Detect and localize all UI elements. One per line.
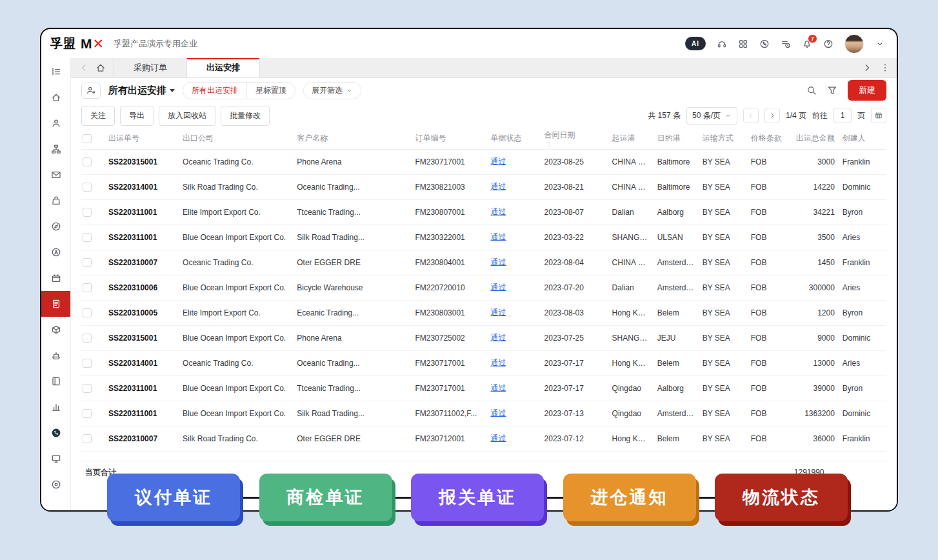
- segment-1[interactable]: 星标置顶: [246, 83, 295, 99]
- sidebar-item-collapse-sidebar[interactable]: [41, 59, 70, 85]
- table-row[interactable]: SS220311001 Blue Ocean Import Export Co.…: [81, 375, 886, 401]
- page-size-select[interactable]: 50 条/页: [686, 107, 737, 125]
- column-header[interactable]: 出口公司: [179, 128, 293, 149]
- tabs-more-button[interactable]: [880, 63, 890, 73]
- tab-0[interactable]: 采购订单: [114, 58, 187, 77]
- overlay-button-3[interactable]: 进仓通知: [563, 474, 696, 521]
- row-checkbox[interactable]: [83, 283, 92, 292]
- phone-circle-icon[interactable]: [759, 39, 770, 49]
- chevron-down-icon[interactable]: [875, 39, 885, 49]
- row-checkbox[interactable]: [83, 308, 92, 317]
- row-checkbox[interactable]: [83, 258, 92, 267]
- table-row[interactable]: SS220315001 Blue Ocean Import Export Co.…: [81, 325, 886, 350]
- status-link[interactable]: 通过: [490, 434, 506, 443]
- status-link[interactable]: 通过: [490, 358, 506, 367]
- row-checkbox[interactable]: [83, 434, 92, 443]
- sidebar-item-logistics-box[interactable]: [41, 317, 70, 343]
- column-header[interactable]: 运输方式: [699, 128, 747, 149]
- filter-funnel-icon[interactable]: [827, 85, 837, 95]
- table-row[interactable]: SS220311001 Elite Import Export Co. Ttce…: [81, 199, 886, 225]
- status-link[interactable]: 通过: [490, 232, 506, 241]
- sidebar-item-marketing[interactable]: [41, 239, 70, 265]
- status-link[interactable]: 通过: [490, 182, 506, 191]
- row-checkbox[interactable]: [83, 409, 92, 418]
- overlay-button-4[interactable]: 物流状态: [715, 474, 848, 521]
- column-header[interactable]: 起运港: [608, 128, 654, 149]
- segment-0[interactable]: 所有出运安排: [183, 83, 246, 99]
- table-row[interactable]: SS220310005 Elite Import Export Co. Ecea…: [81, 300, 886, 325]
- row-checkbox[interactable]: [83, 208, 92, 217]
- column-header[interactable]: 订单编号: [411, 128, 486, 149]
- goto-page-input[interactable]: [833, 108, 852, 123]
- column-header[interactable]: 创建人: [839, 128, 886, 149]
- expand-filter-button[interactable]: 展开筛选: [303, 82, 361, 99]
- sidebar-item-reports-chart[interactable]: [41, 394, 70, 420]
- column-header[interactable]: 合同日期: [541, 128, 608, 149]
- apps-grid-icon[interactable]: [738, 39, 748, 49]
- table-row[interactable]: SS220314001 Silk Road Trading Co. Oceani…: [81, 174, 886, 199]
- sidebar-item-settings-target[interactable]: [41, 472, 70, 497]
- row-checkbox[interactable]: [83, 233, 92, 242]
- tabs-forward-button[interactable]: [862, 63, 872, 73]
- select-all-checkbox[interactable]: [83, 134, 92, 143]
- column-header[interactable]: 单据状态: [486, 128, 540, 149]
- sidebar-item-compass[interactable]: [41, 214, 70, 239]
- overlay-button-1[interactable]: 商检单证: [259, 474, 392, 521]
- sidebar-item-customs[interactable]: [41, 343, 70, 368]
- table-row[interactable]: SS220310007 Oceanic Trading Co. Oter EGG…: [81, 250, 886, 275]
- row-checkbox[interactable]: [83, 334, 92, 343]
- sidebar-item-mail[interactable]: [41, 162, 70, 188]
- overlay-button-2[interactable]: 报关单证: [411, 474, 544, 521]
- headset-icon[interactable]: [717, 39, 727, 49]
- column-header[interactable]: 出运总金额: [790, 128, 839, 149]
- column-header[interactable]: 价格条款: [747, 128, 790, 149]
- status-link[interactable]: 通过: [490, 383, 506, 392]
- status-link[interactable]: 通过: [490, 157, 506, 166]
- next-page-button[interactable]: [764, 108, 780, 123]
- ai-badge[interactable]: AI: [685, 37, 706, 50]
- action-button-3[interactable]: 批量修改: [221, 106, 270, 126]
- column-header[interactable]: 出运单号: [105, 128, 179, 149]
- column-header[interactable]: 目的港: [654, 128, 699, 149]
- sidebar-item-whatsapp[interactable]: [41, 420, 70, 446]
- status-link[interactable]: 通过: [490, 207, 506, 216]
- avatar[interactable]: [844, 34, 864, 54]
- row-checkbox[interactable]: [83, 384, 92, 393]
- sidebar-item-orders-bag[interactable]: [41, 188, 70, 214]
- row-checkbox[interactable]: [83, 359, 92, 368]
- table-row[interactable]: SS220311001 Blue Ocean Import Export Co.…: [81, 225, 886, 250]
- row-checkbox[interactable]: [83, 157, 92, 166]
- action-button-0[interactable]: 关注: [81, 106, 115, 126]
- sidebar-item-home[interactable]: [41, 85, 70, 110]
- table-row[interactable]: SS220315001 Oceanic Trading Co. Phone Ar…: [81, 149, 886, 174]
- status-link[interactable]: 通过: [490, 283, 506, 292]
- table-row[interactable]: SS220310007 Silk Road Trading Co. Oter E…: [81, 426, 886, 451]
- task-list-icon[interactable]: [781, 39, 791, 49]
- search-icon[interactable]: [806, 85, 817, 95]
- help-icon[interactable]: [823, 39, 833, 49]
- sidebar-item-products[interactable]: [41, 265, 70, 291]
- status-link[interactable]: 通过: [490, 333, 506, 342]
- action-button-1[interactable]: 导出: [120, 106, 154, 126]
- prev-page-button[interactable]: [743, 108, 759, 123]
- view-switch-button[interactable]: [81, 83, 101, 99]
- overlay-button-0[interactable]: 议付单证: [107, 474, 240, 521]
- sidebar-item-shipping-docs[interactable]: [41, 291, 70, 317]
- new-button[interactable]: 新建: [848, 80, 886, 101]
- sidebar-item-monitor[interactable]: [41, 446, 70, 472]
- sidebar-item-org-structure[interactable]: [41, 136, 70, 162]
- bell-icon[interactable]: 7: [802, 39, 812, 49]
- home-tab-button[interactable]: [95, 63, 106, 73]
- view-title-dropdown[interactable]: 所有出运安排: [108, 85, 175, 97]
- sidebar-item-ledger[interactable]: [41, 368, 70, 394]
- table-row[interactable]: SS220310006 Blue Ocean Import Export Co.…: [81, 275, 886, 300]
- tab-1[interactable]: 出运安排: [187, 58, 260, 77]
- table-row[interactable]: SS220311001 Blue Ocean Import Export Co.…: [81, 401, 886, 426]
- status-link[interactable]: 通过: [490, 308, 506, 317]
- status-link[interactable]: 通过: [490, 408, 506, 417]
- status-link[interactable]: 通过: [490, 257, 506, 266]
- action-button-2[interactable]: 放入回收站: [159, 106, 215, 126]
- column-header[interactable]: 客户名称: [293, 128, 411, 149]
- tabs-back-button[interactable]: [79, 63, 89, 73]
- sidebar-item-contacts[interactable]: [41, 110, 70, 136]
